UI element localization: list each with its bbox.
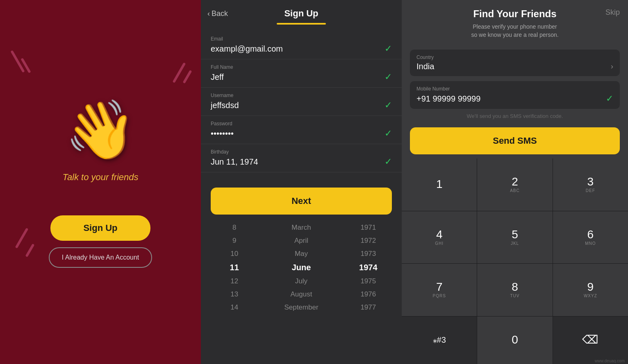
- date-row-4: 12 July 1975: [201, 275, 402, 288]
- signup-title: Sign Up: [284, 8, 318, 19]
- day-6: 14: [201, 303, 268, 312]
- date-row-5: 13 August 1976: [201, 288, 402, 301]
- username-field[interactable]: Username jeffsdsd ✓: [201, 88, 402, 116]
- key-backspace[interactable]: ⌫: [553, 317, 628, 364]
- password-value: ••••••••: [211, 129, 234, 138]
- day-2: 10: [201, 250, 268, 258]
- password-label: Password: [211, 121, 392, 127]
- day-5: 13: [201, 290, 268, 298]
- day-3: 11: [201, 263, 268, 272]
- key-4[interactable]: 4 GHI: [402, 211, 477, 263]
- left-panel: 👋 Talk to your friends Sign Up I Already…: [0, 0, 201, 364]
- fullname-value: Jeff: [211, 72, 224, 82]
- date-row-3-selected: 11 June 1974: [201, 260, 402, 275]
- right-panel: Skip Find Your Friends Please verify you…: [402, 0, 628, 364]
- country-label: Country: [416, 54, 613, 60]
- watermark: www.deuaq.com: [595, 359, 625, 363]
- back-label: Back: [212, 9, 228, 18]
- progress-bar-container: [201, 19, 402, 25]
- right-title: Find Your Friends: [473, 8, 556, 20]
- year-3: 1974: [335, 263, 401, 272]
- email-field[interactable]: Email exampl@gmail.com ✓: [201, 31, 402, 59]
- month-2: May: [268, 250, 334, 258]
- skip-button[interactable]: Skip: [605, 8, 620, 17]
- back-button[interactable]: ‹ Back: [207, 9, 228, 18]
- key-3[interactable]: 3 DEF: [553, 158, 628, 210]
- day-1: 9: [201, 237, 268, 245]
- key-8[interactable]: 8 TUV: [477, 264, 552, 316]
- key-special[interactable]: ⁎#3: [402, 317, 477, 364]
- next-button[interactable]: Next: [211, 188, 392, 215]
- form-area: Email exampl@gmail.com ✓ Full Name Jeff …: [201, 25, 402, 181]
- password-field[interactable]: Password •••••••• ✓: [201, 116, 402, 144]
- middle-header: ‹ Back Sign Up: [201, 0, 402, 19]
- mobile-field[interactable]: Mobile Number +91 99999 99999 ✓: [410, 81, 620, 109]
- email-check-icon: ✓: [385, 43, 392, 54]
- year-1: 1972: [335, 237, 401, 245]
- middle-panel: ‹ Back Sign Up Email exampl@gmail.com ✓ …: [201, 0, 402, 364]
- month-0: March: [268, 224, 334, 232]
- month-3: June: [268, 263, 334, 272]
- date-picker[interactable]: 8 March 1971 9 April 1972 10 May 1973 11…: [201, 221, 402, 364]
- email-label: Email: [211, 36, 392, 42]
- key-5[interactable]: 5 JKL: [477, 211, 552, 263]
- year-6: 1977: [335, 303, 401, 312]
- day-0: 8: [201, 224, 268, 232]
- month-6: September: [268, 303, 334, 312]
- key-6[interactable]: 6 MNO: [553, 211, 628, 263]
- password-check-icon: ✓: [385, 128, 392, 139]
- fullname-check-icon: ✓: [385, 72, 392, 82]
- key-7[interactable]: 7 PQRS: [402, 264, 477, 316]
- signup-button[interactable]: Sign Up: [50, 215, 150, 241]
- country-field[interactable]: Country India ›: [410, 50, 620, 76]
- username-label: Username: [211, 93, 392, 98]
- email-value: exampl@gmail.com: [211, 44, 283, 54]
- already-account-button[interactable]: I Already Have An Account: [49, 247, 152, 268]
- birthday-field[interactable]: Birthday Jun 11, 1974 ✓: [201, 144, 402, 172]
- key-1[interactable]: 1: [402, 158, 477, 210]
- fullname-field[interactable]: Full Name Jeff ✓: [201, 59, 402, 88]
- decoration-slash-6: [25, 244, 35, 257]
- country-chevron-icon: ›: [611, 62, 613, 71]
- date-row-0: 8 March 1971: [201, 221, 402, 234]
- mobile-value: +91 99999 99999: [416, 94, 480, 104]
- year-0: 1971: [335, 224, 401, 232]
- tagline-text: Talk to your friends: [62, 172, 138, 183]
- key-0[interactable]: 0: [477, 317, 552, 364]
- sms-note: We'll send you an SMS verification code.: [410, 113, 620, 119]
- mobile-check-icon: ✓: [606, 93, 613, 104]
- year-5: 1976: [335, 290, 401, 298]
- birthday-check-icon: ✓: [385, 156, 392, 167]
- year-2: 1973: [335, 250, 401, 258]
- send-sms-button[interactable]: Send SMS: [410, 127, 620, 154]
- mobile-label: Mobile Number: [416, 86, 613, 92]
- country-value: India: [416, 62, 434, 71]
- birthday-label: Birthday: [211, 149, 392, 155]
- username-value: jeffsdsd: [211, 101, 239, 110]
- month-5: August: [268, 290, 334, 298]
- key-9[interactable]: 9 WXYZ: [553, 264, 628, 316]
- date-row-6: 14 September 1977: [201, 301, 402, 314]
- username-check-icon: ✓: [385, 100, 392, 111]
- numpad: 1 2 ABC 3 DEF 4 GHI 5 JKL 6 MNO 7 PQRS 8: [402, 158, 628, 364]
- right-header: Skip Find Your Friends Please verify you…: [402, 0, 628, 43]
- year-4: 1975: [335, 277, 401, 285]
- date-row-1: 9 April 1972: [201, 234, 402, 247]
- decoration-slash-5: [15, 228, 29, 249]
- fullname-label: Full Name: [211, 64, 392, 70]
- month-4: July: [268, 277, 334, 285]
- decoration-slash-4: [183, 70, 192, 84]
- day-4: 12: [201, 277, 268, 285]
- month-1: April: [268, 237, 334, 245]
- right-subtitle: Please verify your phone number so we kn…: [471, 23, 558, 39]
- birthday-value: Jun 11, 1974: [211, 157, 258, 167]
- date-row-2: 10 May 1973: [201, 247, 402, 260]
- wave-emoji-icon: 👋: [65, 96, 137, 164]
- back-chevron-icon: ‹: [207, 9, 210, 18]
- key-2[interactable]: 2 ABC: [477, 158, 552, 210]
